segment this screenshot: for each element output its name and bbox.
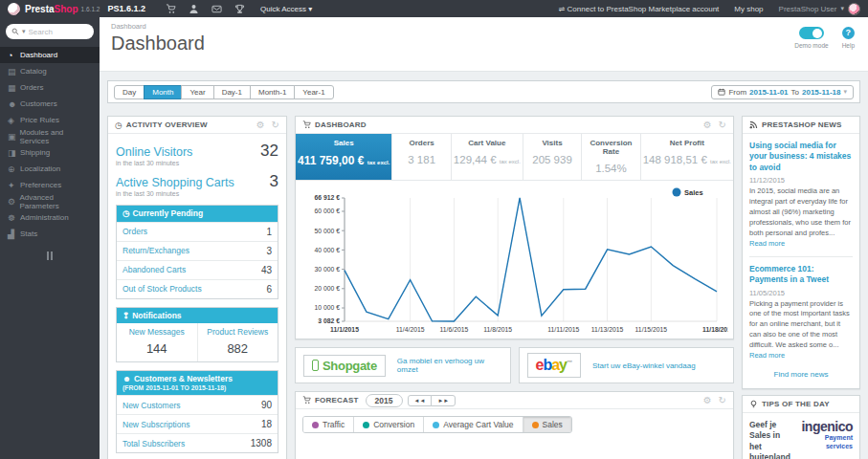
- svg-text:40 000 €: 40 000 €: [315, 247, 341, 253]
- new-messages-cell[interactable]: New Messages144: [117, 323, 197, 361]
- pending-row-abandoned-carts[interactable]: Abandoned Carts43: [117, 260, 278, 279]
- online-visitors-link[interactable]: Online Visitors: [116, 145, 192, 159]
- search-scope-caret-icon[interactable]: ▾: [22, 28, 26, 35]
- demo-mode-label: Demo mode: [794, 42, 828, 49]
- date-range-buttons: Day Month Year Day-1 Month-1 Year-1: [114, 85, 334, 99]
- shipping-icon: ◨: [8, 148, 20, 158]
- sidebar-item-dashboard[interactable]: ◔Dashboard: [0, 47, 100, 63]
- sidebar-item-shipping[interactable]: ◨Shipping: [0, 144, 100, 161]
- panel-refresh-icon[interactable]: ↻: [719, 120, 726, 130]
- panel-refresh-icon[interactable]: ↻: [719, 395, 726, 405]
- forecast-legend-average-cart-value[interactable]: Average Cart Value: [423, 417, 522, 432]
- sidebar-item-preferences[interactable]: ✦Preferences: [0, 177, 100, 193]
- sidebar-item-advanced-parameters[interactable]: ⚙Advanced Parameters: [0, 193, 100, 209]
- search-icon: [11, 28, 19, 35]
- customer-icon[interactable]: [182, 4, 205, 14]
- sidebar-item-orders[interactable]: ▦Orders: [0, 79, 100, 96]
- trophy-icon[interactable]: [228, 4, 251, 14]
- shop-name: PS1.6.1.2: [107, 4, 145, 13]
- range-day-1-button[interactable]: Day-1: [213, 85, 251, 99]
- svg-text:66 912 €: 66 912 €: [315, 194, 341, 201]
- user-menu[interactable]: PrestaShop User ▾: [779, 3, 860, 15]
- sidebar-item-price-rules[interactable]: ◈Price Rules: [0, 112, 100, 128]
- cart-icon[interactable]: [159, 4, 182, 14]
- news-article-title[interactable]: Ecommerce 101: Payments in a Tweet: [749, 264, 853, 286]
- news-article-title[interactable]: Using social media for your business: 4 …: [749, 141, 853, 173]
- svg-text:20 000 €: 20 000 €: [315, 285, 341, 292]
- shopgate-link[interactable]: Ga mobiel en verhoog uw omzet: [397, 357, 502, 374]
- sidebar-item-catalog[interactable]: ▤Catalog: [0, 63, 100, 79]
- find-more-news-link[interactable]: Find more news: [749, 370, 853, 379]
- read-more-link[interactable]: Read more: [749, 239, 785, 248]
- ingenico-logo: ingenico Payment services: [797, 420, 853, 459]
- forecast-legend-sales[interactable]: Sales: [523, 417, 571, 432]
- forecast-next-button[interactable]: ►►: [431, 395, 456, 406]
- range-month-button[interactable]: Month: [144, 85, 182, 99]
- new-subscriptions-row[interactable]: New Subscriptions18: [117, 414, 278, 433]
- kpi-cart-value[interactable]: Cart Value129,44 € tax excl.: [451, 134, 523, 180]
- quick-access-menu[interactable]: Quick Access ▾: [260, 5, 312, 13]
- pending-row-returns[interactable]: Return/Exchanges3: [117, 241, 278, 260]
- chevron-down-icon: ▾: [840, 5, 844, 12]
- ebay-logo: ebay™: [527, 353, 582, 378]
- kpi-conversion-rate[interactable]: Conversion Rate1.54%: [581, 134, 639, 180]
- date-range-picker[interactable]: From2015-11-01 To2015-11-18 ▾: [711, 85, 854, 99]
- sales-chart: 3 082 €10 000 €20 000 €30 000 €40 000 €5…: [300, 186, 728, 337]
- total-subscribers-row[interactable]: Total Subscribers1308: [117, 433, 278, 452]
- online-visitors-value: 32: [260, 142, 278, 161]
- sidebar-item-localization[interactable]: ⊕Localization: [0, 161, 100, 177]
- search-input[interactable]: [29, 28, 78, 36]
- range-year-button[interactable]: Year: [181, 85, 213, 99]
- active-carts-link[interactable]: Active Shopping Carts: [116, 176, 234, 189]
- panel-settings-icon[interactable]: ⚙: [703, 395, 712, 405]
- kpi-orders[interactable]: Orders3 181: [391, 134, 450, 180]
- svg-text:3 082 €: 3 082 €: [318, 317, 340, 324]
- news-article-date: 11/12/2015: [749, 176, 853, 185]
- customers-section-icon: ☻: [122, 374, 131, 383]
- panel-settings-icon[interactable]: ⚙: [256, 120, 265, 130]
- read-more-link[interactable]: Read more: [749, 351, 785, 360]
- customers-newsletters-section: ☻Customers & Newsletters(FROM 2015-11-01…: [116, 370, 278, 453]
- svg-text:11/15/2015: 11/15/2015: [635, 326, 668, 333]
- product-reviews-cell[interactable]: Product Reviews882: [197, 323, 278, 361]
- forecast-legend-conversion[interactable]: Conversion: [353, 417, 423, 432]
- content: Day Month Year Day-1 Month-1 Year-1 From…: [100, 72, 868, 459]
- tip-heading: Geef je Sales in het buitenland een Boos…: [749, 420, 793, 459]
- forecast-cart-icon: [302, 396, 311, 404]
- shopgate-phone-icon: [312, 360, 319, 371]
- sidebar-item-administration[interactable]: ☸Administration: [0, 209, 100, 226]
- ebay-link[interactable]: Start uw eBay-winkel vandaag: [592, 361, 696, 370]
- marketplace-connect-link[interactable]: ⇌ Connect to PrestaShop Marketplace acco…: [559, 5, 720, 13]
- lightbulb-icon: [749, 400, 758, 408]
- sidebar-item-customers[interactable]: ☻Customers: [0, 96, 100, 112]
- new-customers-row[interactable]: New Customers90: [117, 395, 278, 414]
- demo-mode-toggle[interactable]: [799, 27, 824, 39]
- sidebar-item-stats[interactable]: ▟Stats: [0, 226, 100, 242]
- notifications-icon: ❢: [122, 311, 129, 320]
- range-day-button[interactable]: Day: [114, 85, 145, 99]
- forecast-prev-button[interactable]: ◄◄: [408, 395, 433, 406]
- panel-settings-icon[interactable]: ⚙: [703, 120, 712, 130]
- range-month-1-button[interactable]: Month-1: [250, 85, 295, 99]
- sidebar-item-modules[interactable]: ▣Modules and Services: [0, 128, 100, 144]
- sidebar-search[interactable]: ▾: [6, 24, 94, 39]
- range-year-1-button[interactable]: Year-1: [294, 85, 333, 99]
- kpi-net-profit[interactable]: Net Profit148 918,51 € tax excl.: [640, 134, 733, 180]
- rss-icon: [749, 120, 758, 129]
- forecast-legend-traffic[interactable]: Traffic: [303, 417, 353, 432]
- svg-text:11/18/201: 11/18/201: [702, 326, 728, 333]
- messages-icon[interactable]: [205, 4, 228, 14]
- pending-row-out-of-stock[interactable]: Out of Stock Products6: [117, 279, 278, 298]
- my-shop-link[interactable]: My shop: [734, 5, 763, 13]
- kpi-visits[interactable]: Visits205 939: [523, 134, 581, 180]
- panel-refresh-icon[interactable]: ↻: [272, 120, 279, 130]
- kpi-sales[interactable]: Sales411 759,00 € tax excl.: [296, 134, 391, 180]
- main: Dashboard Dashboard Demo mode ? Help Day…: [100, 17, 868, 459]
- news-article-excerpt: In 2015, social media are an integral pa…: [749, 186, 853, 249]
- forecast-year-pill[interactable]: 2015: [366, 394, 403, 407]
- sidebar-collapse-icon[interactable]: [44, 251, 56, 260]
- help-icon[interactable]: ?: [842, 27, 855, 39]
- pending-row-orders[interactable]: Orders1: [117, 222, 278, 241]
- help-control: ? Help: [842, 27, 855, 49]
- dashboard-icon: ◔: [8, 51, 20, 60]
